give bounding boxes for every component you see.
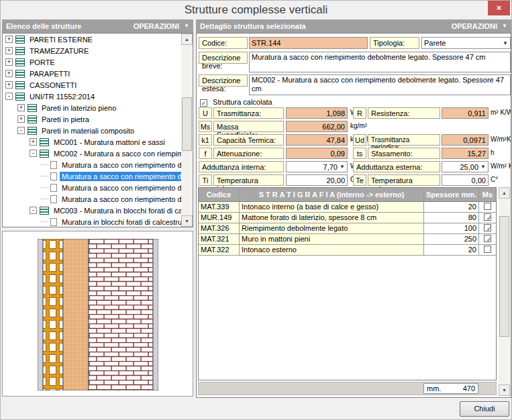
chiudi-button[interactable]: Chiudi: [460, 401, 509, 417]
collapse-icon[interactable]: -: [30, 150, 37, 157]
ms-checkbox[interactable]: ✓: [484, 224, 491, 231]
scroll-up-icon[interactable]: ▲: [181, 34, 193, 45]
expand-icon[interactable]: +: [5, 47, 13, 54]
scroll-down-icon[interactable]: ▼: [499, 384, 510, 396]
temperatura-esterna-field[interactable]: 0,00: [442, 174, 489, 186]
expand-icon[interactable]: +: [17, 104, 25, 111]
descrizione-breve-field[interactable]: Muratura a sacco con riempimento debolme…: [249, 52, 511, 72]
tree-item[interactable]: +PARAPETTI: [3, 68, 193, 79]
expand-icon[interactable]: +: [30, 138, 37, 146]
trasmittanza-periodica-value: 0,0971: [442, 134, 489, 146]
total-thickness-unit: mm.: [427, 384, 441, 392]
expand-icon[interactable]: +: [5, 58, 13, 66]
tree-item[interactable]: Muratura a sacco con riempimento deb: [3, 159, 193, 170]
stratigrafia-table: Codice S T R A T I G R A F I A (interno …: [198, 187, 497, 380]
cell-descrizione: Riempimento debolmente legato: [240, 223, 424, 233]
left-panel-title: Elenco delle strutture: [6, 19, 81, 33]
tree-item[interactable]: -UNI/TR 11552:2014: [3, 91, 193, 102]
tree-item[interactable]: +TRAMEZZATURE: [3, 45, 193, 56]
capacita-termica-value: 47,84: [286, 134, 348, 146]
tree-item[interactable]: Muratura a sacco con riempimento deb: [3, 182, 193, 193]
layer-riempimento: [63, 239, 89, 390]
tipologia-select[interactable]: Parete ▼: [421, 37, 511, 49]
cell-codice: MAT.326: [199, 223, 240, 233]
total-thickness-strip: mm. 470: [198, 382, 497, 395]
adduttanza-esterna-select[interactable]: 25,00 ▼: [442, 161, 489, 172]
right-operazioni-menu[interactable]: OPERAZIONI ▼: [452, 19, 507, 33]
ms-checkbox[interactable]: ✓: [484, 235, 491, 242]
scroll-down-icon[interactable]: ▼: [181, 215, 193, 227]
tree-item[interactable]: +PORTE: [3, 56, 193, 68]
tree-connector: [40, 187, 48, 188]
table-row[interactable]: MAT.339 Intonaco interno (a base di calc…: [199, 202, 496, 213]
left-operazioni-menu[interactable]: OPERAZIONI ▼: [134, 19, 189, 33]
temperatura-interna-label: Temperatura interna:: [213, 174, 284, 186]
adduttanza-esterna-value: 25,00: [460, 163, 478, 171]
param-row-u-r: U Trasmittanza: 1,098 W/m² K R Resistenz…: [197, 107, 511, 119]
ms-symbol: Ms: [199, 121, 212, 132]
cell-descrizione: Muro in mattoni pieni: [240, 234, 424, 244]
table-row[interactable]: MAT.322 Intonaco esterno 20: [199, 245, 496, 256]
tree-item[interactable]: -MC003 - Muratura in blocchi forati di c…: [3, 205, 193, 216]
expand-icon[interactable]: +: [17, 115, 25, 123]
tree-item-label: UNI/TR 11552:2014: [28, 92, 97, 101]
temperatura-interna-field[interactable]: 20,00: [286, 174, 348, 186]
ms-checkbox[interactable]: [484, 246, 491, 253]
expand-icon[interactable]: +: [5, 81, 13, 89]
resistenza-unit: m² K/W: [491, 107, 511, 119]
tree-scrollbar-thumb[interactable]: [182, 97, 192, 151]
tree-item[interactable]: +MC001 - Muratura mattoni e sassi: [3, 136, 193, 148]
layer-leaf-icon: [50, 161, 57, 169]
collapse-icon[interactable]: -: [30, 207, 37, 214]
ms-checkbox[interactable]: [484, 203, 491, 210]
tree-item[interactable]: Muratura in blocchi forati di calcestruz…: [3, 216, 193, 227]
structure-group-icon: [40, 150, 49, 158]
structure-group-icon: [40, 207, 49, 215]
temperatura-esterna-unit: C°: [491, 174, 498, 186]
ms-checkbox[interactable]: ✓: [484, 213, 491, 221]
tree-connector: [40, 221, 48, 222]
left-panel-header: Elenco delle strutture OPERAZIONI ▼: [2, 19, 193, 33]
scroll-up-icon[interactable]: ▲: [499, 187, 510, 199]
u-symbol: U: [199, 107, 212, 119]
table-scrollbar-thumb[interactable]: [499, 216, 509, 337]
table-scrollbar[interactable]: ▲ ▼: [499, 187, 510, 396]
descrizione-estesa-field[interactable]: MC002 - Muratura a sacco con riempimento…: [249, 74, 511, 95]
tree-scrollbar[interactable]: ▲ ▼: [181, 34, 193, 227]
tree-item[interactable]: +Pareti in laterizio pieno: [3, 102, 193, 113]
tree-item[interactable]: +PARETI ESTERNE: [3, 34, 193, 45]
struttura-calcolata-checkbox[interactable]: ✓: [200, 99, 207, 107]
stratigrafia-table-header: Codice S T R A T I G R A F I A (interno …: [199, 188, 496, 202]
codice-field[interactable]: STR.144: [249, 37, 368, 49]
collapse-icon[interactable]: -: [5, 93, 13, 100]
tree-item-label: MC002 - Muratura a sacco con riempimen: [52, 149, 193, 158]
cell-spessore: 20: [424, 245, 479, 255]
tree-item-selected[interactable]: Muratura a sacco con riempimento deb: [3, 170, 193, 182]
tree-item[interactable]: -MC002 - Muratura a sacco con riempimen: [3, 148, 193, 159]
tree-item[interactable]: +Pareti in pietra: [3, 113, 193, 125]
layer-intonaco-interno: [38, 239, 43, 390]
struttura-calcolata-row[interactable]: ✓ Struttura calcolata: [200, 98, 272, 107]
tree-item-label: Muratura in blocchi forati di calcestruz…: [60, 217, 191, 227]
descrizione-breve-label: Descrizione breve:: [199, 52, 248, 64]
table-row[interactable]: MUR.149 Mattone forato di laterizio, spe…: [199, 213, 496, 223]
table-row[interactable]: MAT.326 Riempimento debolmente legato 10…: [199, 223, 496, 234]
expand-icon[interactable]: +: [5, 36, 13, 43]
sfasamento-value: 15,27: [442, 148, 489, 159]
adduttanza-interna-select[interactable]: 7,70 ▼: [286, 161, 348, 172]
expand-icon[interactable]: +: [5, 70, 13, 77]
tree-connector: [40, 164, 48, 165]
layer-leaf-icon: [50, 218, 57, 226]
tree-item[interactable]: Muratura a sacco con riempimento deb: [3, 193, 193, 205]
collapse-icon[interactable]: -: [17, 127, 25, 134]
tree-item[interactable]: +CASSONETTI: [3, 79, 193, 91]
table-row[interactable]: MAT.321 Muro in mattoni pieni 250 ✓: [199, 234, 496, 245]
wall-section-preview-panel: [2, 231, 193, 397]
tree-item[interactable]: -Pareti in materiali composito: [3, 125, 193, 136]
cell-codice: MAT.339: [199, 202, 240, 212]
close-button[interactable]: ×: [488, 1, 510, 15]
cell-descrizione: Mattone forato di laterizio, spessore 8 …: [240, 213, 424, 223]
left-operazioni-label: OPERAZIONI: [134, 19, 179, 33]
total-thickness-box: mm. 470: [423, 383, 478, 394]
attenuazione-label: Attenuazione:: [213, 148, 284, 159]
